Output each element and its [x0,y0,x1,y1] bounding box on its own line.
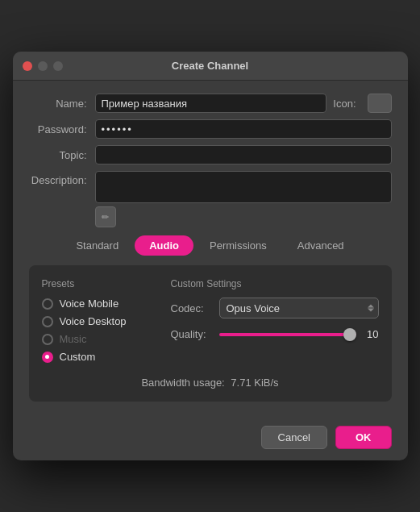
name-input[interactable] [95,94,327,113]
quality-slider[interactable] [219,333,356,336]
password-label: Password: [29,123,95,135]
name-icon-group: Icon: [95,94,392,113]
codec-select-wrapper: Opus Voice Opus Music CELT Mono Speex Na… [219,298,379,318]
name-label: Name: [29,98,95,110]
password-row: Password: [29,119,392,139]
custom-settings-title: Custom Settings [171,278,379,289]
dialog-title: Create Channel [172,60,248,72]
quality-label: Quality: [171,328,219,340]
custom-settings-column: Custom Settings Codec: Opus Voice Opus M… [171,278,379,368]
name-row: Name: Icon: [29,94,392,113]
preset-custom-label: Custom [60,351,96,363]
preset-music[interactable]: Music [42,333,155,345]
icon-label: Icon: [333,98,360,110]
password-input[interactable] [95,119,392,139]
codec-select[interactable]: Opus Voice Opus Music CELT Mono Speex Na… [219,298,379,318]
audio-columns: Presets Voice Mobile Voice Desktop Music [42,278,379,368]
icon-picker-button[interactable] [368,94,392,113]
tab-permissions[interactable]: Permissions [195,235,281,256]
ok-button[interactable]: OK [335,426,392,449]
topic-row: Topic: [29,145,392,164]
quality-slider-group: 10 [219,328,379,340]
bandwidth-row: Bandwidth usage: 7.71 KiB/s [42,377,379,389]
description-format-button[interactable]: ✏ [95,206,116,227]
codec-label: Codec: [171,302,219,314]
radio-voice-mobile [42,298,53,310]
preset-voice-mobile[interactable]: Voice Mobile [42,298,155,310]
titlebar: Create Channel [13,52,408,81]
preset-voice-mobile-label: Voice Mobile [60,298,119,310]
tab-advanced[interactable]: Advanced [283,235,359,256]
minimize-button[interactable] [38,61,48,71]
description-input[interactable] [95,171,392,203]
radio-music [42,334,53,345]
close-button[interactable] [23,61,32,71]
tab-standard[interactable]: Standard [61,235,133,256]
description-label: Description: [29,171,95,186]
tabs-bar: Standard Audio Permissions Advanced [29,235,392,256]
bandwidth-label: Bandwidth usage: [141,377,224,389]
audio-panel: Presets Voice Mobile Voice Desktop Music [29,265,392,402]
cancel-button[interactable]: Cancel [261,426,327,449]
topic-input[interactable] [95,145,392,164]
quality-row: Quality: 10 [171,328,379,340]
radio-custom [42,352,53,363]
preset-music-label: Music [60,333,87,345]
quality-value: 10 [363,328,379,340]
description-toolbar: ✏ [95,206,392,227]
dialog-footer: Cancel OK [13,414,408,460]
bandwidth-value: 7.71 KiB/s [231,377,278,389]
tab-audio[interactable]: Audio [135,235,193,256]
presets-column: Presets Voice Mobile Voice Desktop Music [42,278,155,368]
topic-label: Topic: [29,149,95,161]
presets-title: Presets [42,278,155,289]
radio-voice-desktop [42,316,53,327]
traffic-lights [23,61,63,71]
preset-custom[interactable]: Custom [42,351,155,363]
dialog-body: Name: Icon: Password: Topic: Description… [13,81,408,414]
codec-row: Codec: Opus Voice Opus Music CELT Mono S… [171,298,379,318]
create-channel-dialog: Create Channel Name: Icon: Password: Top… [13,52,408,460]
preset-voice-desktop-label: Voice Desktop [60,315,127,327]
description-group: ✏ [95,171,392,227]
maximize-button[interactable] [53,61,63,71]
preset-voice-desktop[interactable]: Voice Desktop [42,315,155,327]
description-row: Description: ✏ [29,171,392,227]
